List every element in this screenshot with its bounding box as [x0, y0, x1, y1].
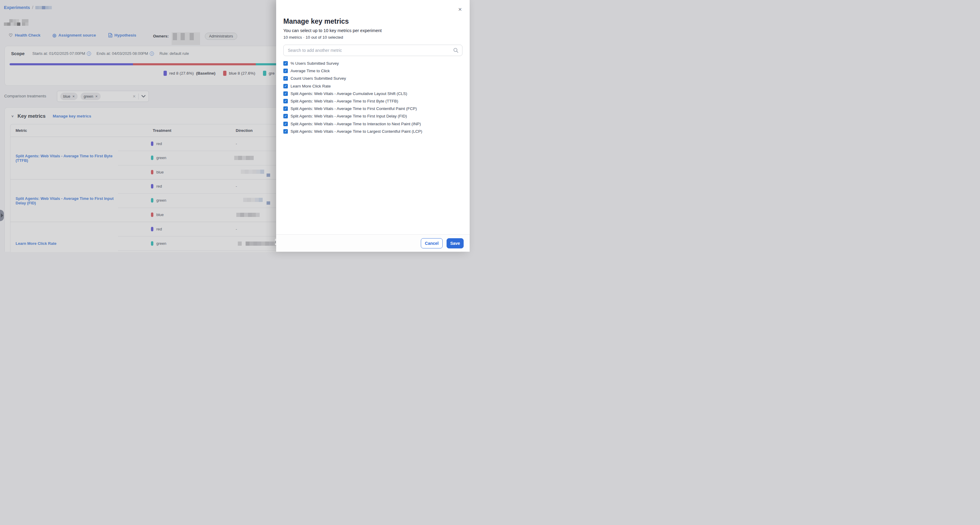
panel-footer: Cancel Save: [276, 235, 469, 252]
metric-list-item: ✓ Average Time to Click: [283, 67, 463, 75]
metric-list-item: ✓ Split Agents: Web Vitals - Average Tim…: [283, 128, 463, 135]
metric-list-item: ✓ Split Agents: Web Vitals - Average Tim…: [283, 105, 463, 112]
metric-label: % Users Submitted Survey: [291, 61, 339, 65]
checkbox-checked[interactable]: ✓: [283, 114, 288, 118]
metric-search-input[interactable]: [284, 48, 453, 53]
metric-label: Split Agents: Web Vitals - Average Time …: [291, 129, 422, 134]
metric-list-item: ✓ Split Agents: Web Vitals - Average Tim…: [283, 112, 463, 120]
checkbox-checked[interactable]: ✓: [283, 84, 288, 88]
metrics-count-text: 10 metrics · 10 out of 10 selected: [283, 35, 343, 40]
metrics-checklist: ✓ % Users Submitted Survey ✓ Average Tim…: [283, 60, 463, 135]
metric-search-box: [283, 45, 463, 56]
metric-list-item: ✓ Split Agents: Web Vitals - Average Tim…: [283, 120, 463, 128]
checkbox-checked[interactable]: ✓: [283, 106, 288, 111]
checkbox-checked[interactable]: ✓: [283, 91, 288, 96]
cancel-button[interactable]: Cancel: [421, 238, 443, 249]
search-icon[interactable]: [453, 48, 458, 53]
panel-title: Manage key metrics: [283, 18, 349, 26]
metric-list-item: ✓ Split Agents: Web Vitals - Average Cum…: [283, 90, 463, 97]
metric-label: Split Agents: Web Vitals - Average Time …: [291, 114, 407, 118]
metric-label: Learn More Click Rate: [291, 84, 331, 88]
metric-label: Average Time to Click: [291, 69, 330, 73]
checkbox-checked[interactable]: ✓: [283, 99, 288, 104]
metric-list-item: ✓ Split Agents: Web Vitals - Average Tim…: [283, 97, 463, 105]
checkbox-checked[interactable]: ✓: [283, 69, 288, 73]
metric-label: Split Agents: Web Vitals - Average Time …: [291, 99, 398, 104]
close-icon[interactable]: ×: [458, 6, 462, 12]
checkbox-checked[interactable]: ✓: [283, 122, 288, 126]
manage-key-metrics-panel: × Manage key metrics You can select up t…: [276, 0, 469, 252]
save-button[interactable]: Save: [447, 238, 464, 249]
checkbox-checked[interactable]: ✓: [283, 76, 288, 81]
metric-label: Split Agents: Web Vitals - Average Time …: [291, 122, 421, 126]
metric-list-item: ✓ Count Users Submitted Survey: [283, 75, 463, 82]
metric-list-item: ✓ % Users Submitted Survey: [283, 60, 463, 67]
metric-label: Split Agents: Web Vitals - Average Time …: [291, 106, 417, 111]
metric-label: Split Agents: Web Vitals - Average Cumul…: [291, 91, 407, 96]
metric-label: Count Users Submitted Survey: [291, 76, 346, 81]
metric-list-item: ✓ Learn More Click Rate: [283, 82, 463, 90]
checkbox-checked[interactable]: ✓: [283, 129, 288, 134]
checkbox-checked[interactable]: ✓: [283, 61, 288, 65]
panel-subtitle: You can select up to 10 key metrics per …: [283, 28, 382, 33]
